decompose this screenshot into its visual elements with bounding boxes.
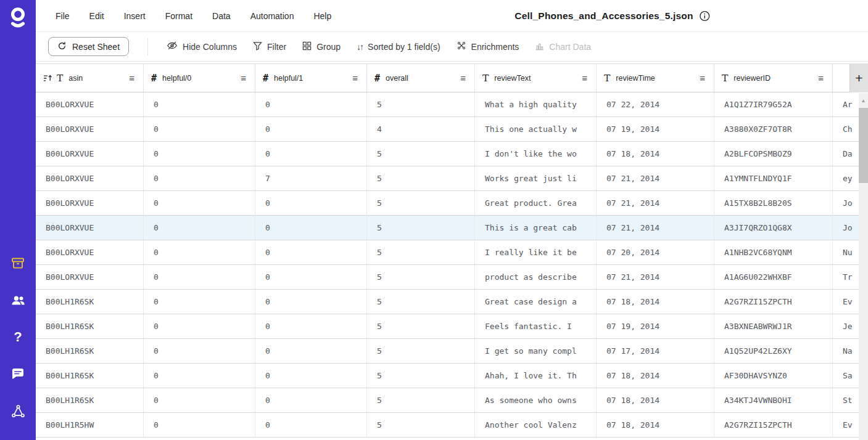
menu-edit[interactable]: Edit xyxy=(89,11,104,21)
column-menu-icon[interactable]: ≡ xyxy=(460,73,466,83)
cell[interactable]: B00LORXVUE xyxy=(36,117,144,141)
gigasheet-logo[interactable] xyxy=(7,5,29,32)
cell[interactable]: What a high quality xyxy=(475,92,597,116)
cell[interactable]: 5 xyxy=(367,142,475,166)
community-users-icon[interactable] xyxy=(10,292,26,308)
cell[interactable]: 07 18, 2014 xyxy=(597,388,714,412)
chat-feedback-icon[interactable] xyxy=(10,366,26,382)
cell[interactable]: Da xyxy=(833,142,859,166)
cell[interactable]: B00LH1R5HW xyxy=(36,413,144,437)
cell[interactable]: Tr xyxy=(833,265,859,289)
cell[interactable]: Jo xyxy=(833,216,859,240)
cell[interactable]: 0 xyxy=(255,142,367,166)
library-box-icon[interactable] xyxy=(10,255,26,271)
cell[interactable]: Feels fantastic. I xyxy=(475,314,597,338)
cell[interactable]: 07 19, 2014 xyxy=(597,117,714,141)
menu-data[interactable]: Data xyxy=(212,11,231,21)
cell[interactable]: 07 18, 2014 xyxy=(597,142,714,166)
cell[interactable]: 07 20, 2014 xyxy=(597,240,714,264)
cell[interactable]: 0 xyxy=(144,413,255,437)
cell[interactable]: 7 xyxy=(255,166,367,190)
cell[interactable]: 4 xyxy=(367,117,475,141)
cell[interactable]: 07 21, 2014 xyxy=(597,191,714,215)
cell[interactable]: As someone who owns xyxy=(475,388,597,412)
menu-insert[interactable]: Insert xyxy=(124,11,146,21)
cell[interactable]: A2G7RZI15ZPCTH xyxy=(714,413,833,437)
cell[interactable]: 5 xyxy=(367,388,475,412)
cell[interactable]: B00LH1R6SK xyxy=(36,290,144,314)
column-menu-icon[interactable]: ≡ xyxy=(818,73,824,83)
cell[interactable]: 0 xyxy=(255,92,367,116)
cell[interactable]: 07 18, 2014 xyxy=(597,413,714,437)
cell[interactable]: 5 xyxy=(367,339,475,363)
cell[interactable]: 0 xyxy=(144,290,255,314)
cell[interactable]: B00LORXVUE xyxy=(36,240,144,264)
sorted-button[interactable]: ↓↑ Sorted by 1 field(s) xyxy=(357,42,440,52)
cell[interactable]: A2G7RZI15ZPCTH xyxy=(714,290,833,314)
cell[interactable]: 07 19, 2014 xyxy=(597,314,714,338)
cell[interactable]: A1Q1Z7IR79G52A xyxy=(714,92,833,116)
chart-data-button[interactable]: Chart Data xyxy=(535,41,591,52)
cell[interactable]: B00LORXVUE xyxy=(36,166,144,190)
cell[interactable]: 0 xyxy=(144,339,255,363)
cell[interactable]: 5 xyxy=(367,314,475,338)
cell[interactable]: 07 17, 2014 xyxy=(597,339,714,363)
cell[interactable]: 0 xyxy=(144,117,255,141)
cell[interactable]: Another cool Valenz xyxy=(475,413,597,437)
cell[interactable]: Je xyxy=(833,314,859,338)
cell[interactable]: Jo xyxy=(833,191,859,215)
group-button[interactable]: Group xyxy=(302,41,341,52)
cell[interactable]: 07 18, 2014 xyxy=(597,364,714,388)
column-header-reviewText[interactable]: TreviewText≡ xyxy=(475,64,597,92)
column-header-reviewTime[interactable]: TreviewTime≡ xyxy=(597,64,714,92)
cell[interactable]: 0 xyxy=(255,290,367,314)
cell[interactable]: 5 xyxy=(367,265,475,289)
cell[interactable]: I get so many compl xyxy=(475,339,597,363)
cell[interactable]: product as describe xyxy=(475,265,597,289)
cell[interactable]: B00LORXVUE xyxy=(36,216,144,240)
column-header-helpful/1[interactable]: #helpful/1≡ xyxy=(255,64,367,92)
cell[interactable]: B00LH1R6SK xyxy=(36,314,144,338)
cell[interactable]: Ch xyxy=(833,117,859,141)
cell[interactable]: Ev xyxy=(833,413,859,437)
cell[interactable]: B00LORXVUE xyxy=(36,142,144,166)
cell[interactable]: 5 xyxy=(367,290,475,314)
cell[interactable]: 0 xyxy=(144,142,255,166)
cell[interactable]: B00LH1R6SK xyxy=(36,388,144,412)
cell[interactable]: 5 xyxy=(367,92,475,116)
column-header-overall[interactable]: #overall≡ xyxy=(367,64,475,92)
cell[interactable]: Ar xyxy=(833,92,859,116)
column-menu-icon[interactable]: ≡ xyxy=(352,73,358,83)
column-menu-icon[interactable]: ≡ xyxy=(241,73,246,83)
cell[interactable]: 5 xyxy=(367,191,475,215)
cell[interactable]: Great product. Grea xyxy=(475,191,597,215)
cell[interactable]: 0 xyxy=(255,216,367,240)
cell[interactable]: 0 xyxy=(255,364,367,388)
cell[interactable]: 0 xyxy=(255,339,367,363)
cell[interactable]: A2BLFCOPSMBOZ9 xyxy=(714,142,833,166)
menu-automation[interactable]: Automation xyxy=(250,11,294,21)
menu-help[interactable]: Help xyxy=(313,11,331,21)
cell[interactable]: 0 xyxy=(144,314,255,338)
cell[interactable]: A34KTJ4VWNBOHI xyxy=(714,388,833,412)
hide-columns-button[interactable]: Hide Columns xyxy=(167,40,237,53)
cell[interactable]: 07 21, 2014 xyxy=(597,216,714,240)
cell[interactable]: 5 xyxy=(367,216,475,240)
cell[interactable]: 0 xyxy=(144,265,255,289)
cell[interactable]: St xyxy=(833,388,859,412)
cell[interactable]: 07 21, 2014 xyxy=(597,265,714,289)
add-column-button[interactable]: + xyxy=(849,63,868,92)
cell[interactable]: AF30DHAVSYNZ0 xyxy=(714,364,833,388)
cell[interactable]: 0 xyxy=(144,216,255,240)
cell[interactable]: Ev xyxy=(833,290,859,314)
cell[interactable]: This is a great cab xyxy=(475,216,597,240)
column-header-asin[interactable]: Tasin≡ xyxy=(36,64,144,92)
cell[interactable]: 07 18, 2014 xyxy=(597,290,714,314)
cell[interactable]: 07 22, 2014 xyxy=(597,92,714,116)
cell[interactable]: 5 xyxy=(367,364,475,388)
cell[interactable]: This one actually w xyxy=(475,117,597,141)
cell[interactable]: Sa xyxy=(833,364,859,388)
cell[interactable]: 0 xyxy=(144,191,255,215)
scrollbar-up-arrow[interactable]: ▲ xyxy=(859,98,868,104)
cell[interactable]: A3BXNEABWRWJ1R xyxy=(714,314,833,338)
